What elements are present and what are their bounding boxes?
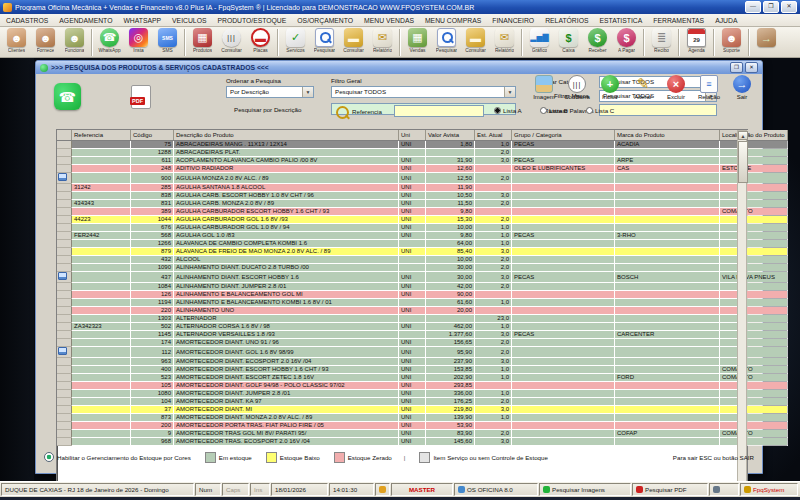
table-row[interactable]: 400AMORTECEDOR DIANT. ESCORT HOBBY 1.6 C… [57, 366, 788, 374]
toolbar-button-consultar[interactable]: ▬Consultar [461, 28, 490, 57]
table-row[interactable]: 879ALAVANCA DE FREIO DE MAO MONZA 2.0 8V… [57, 248, 788, 256]
table-row[interactable]: 434343831AGULHA CARB. MONZA 2.0 8V / 89U… [57, 200, 788, 208]
dialog-restore-button[interactable]: ❐ [730, 62, 743, 73]
column-header-descric-a-o-do-produto[interactable]: Descrição do Produto [174, 130, 399, 141]
toolbar-button-recibo[interactable]: ≣Recibo [647, 28, 676, 57]
edit-button[interactable]: ✎Alterar [627, 75, 659, 100]
toolbar-button-relato-rio[interactable]: ✉Relatório [490, 28, 519, 57]
column-header-co-digo[interactable]: Código [131, 130, 174, 141]
column-header-marca-do-produto[interactable]: Marca do Produto [615, 130, 720, 141]
menu-item-menu-compras[interactable]: MENU COMPRAS [425, 17, 481, 24]
table-row[interactable]: 112AMORTECEDOR DIANT. GOL 1.6 8V 98/99UN… [57, 347, 788, 358]
toolbar-button-fornece[interactable]: ☻Fornece [31, 28, 60, 57]
table-row[interactable]: 1266ALAVANCA DE CAMBIO COMPLETA KOMBI 1.… [57, 240, 788, 248]
table-row[interactable]: 432ALCOOL10,002,0 [57, 256, 788, 264]
menu-item-ajuda[interactable]: AJUDA [715, 17, 737, 24]
menu-item-menu-vendas[interactable]: MENU VENDAS [364, 17, 414, 24]
status-segment-pesquisar-pdf[interactable]: Pesquisar PDF [632, 483, 708, 496]
table-row[interactable]: 676AGULHA CARBURADOR GOL 1.0 8V / 94UNI1… [57, 224, 788, 232]
toolbar-button-clientes[interactable]: ☻Clientes [2, 28, 31, 57]
status-segment-fpqsystem[interactable]: FpqSystem [740, 483, 798, 496]
scroll-up-icon[interactable]: ▲ [738, 131, 748, 140]
toolbar-button-whatsapp[interactable]: ☎WhatsApp [95, 28, 124, 57]
list-option-lista-a[interactable]: Lista A [494, 107, 522, 114]
status-segment-pesquisar-imagens[interactable]: Pesquisar Imagens [539, 483, 631, 496]
table-row[interactable]: 174AMORTECEDOR DIANT. UNO 91 / 96UNI156,… [57, 339, 788, 347]
products-table[interactable]: ReferenciaCódigoDescrição do ProdutoUniV… [57, 130, 788, 446]
menu-item-veiculos[interactable]: VEICULOS [172, 17, 206, 24]
table-row[interactable]: 1145ALTERNADOR VERSAILLES 1.8 /931.377,6… [57, 331, 788, 339]
menu-item-estatistica[interactable]: ESTATISTICA [599, 17, 642, 24]
toolbar-button-servicos[interactable]: ✓Servicos [281, 28, 310, 57]
table-row[interactable]: 104AMORTECEDOR DIANT. KA 97UNI176,252,0 [57, 398, 788, 406]
restore-button[interactable]: ❐ [763, 1, 779, 13]
toolbar-button-suporte[interactable]: ☻Suporte [717, 28, 746, 57]
menu-item-cadastros[interactable]: CADASTROS [6, 17, 48, 24]
table-row[interactable]: 31242285AGULHA SANTANA 1.8 ALCOOLUNI11,9… [57, 184, 788, 192]
table-row[interactable]: 838AGULHA CARB. ESCORT HOBBY 1.0 8V CHT … [57, 192, 788, 200]
table-row[interactable]: 105AMORTECEDOR DIANT. GOLF 94/98 - POLO … [57, 382, 788, 390]
toolbar-button-relato-rio[interactable]: ✉Relatório [368, 28, 397, 57]
dialog-title-bar[interactable]: >>> PESQUISA DOS PRODUTOS & SERVIÇOS CAD… [36, 61, 762, 74]
menu-item-whatsapp[interactable]: WHATSAPP [123, 17, 161, 24]
table-row[interactable]: 437ALINHAMENTO DIANT. ESCORT HOBBY 1.6UN… [57, 272, 788, 283]
delete-button[interactable]: ×Excluir [660, 75, 692, 100]
menu-item-produto-estoque[interactable]: PRODUTO/ESTOQUE [217, 17, 286, 24]
table-row[interactable]: 611ACOPLAMENTO ALAVANCA CAMBIO PALIO /00… [57, 157, 788, 165]
toolbar-button-pesquisar[interactable]: Pesquisar [310, 28, 339, 57]
minimize-button[interactable]: — [745, 1, 761, 13]
toolbar-button-caixa[interactable]: $Caixa [554, 28, 583, 57]
barcode-button[interactable]: |||CodBarra [561, 75, 593, 100]
order-search-select[interactable]: Por Descrição▼ [226, 86, 314, 98]
list-report-button[interactable]: ≡Relação [693, 75, 725, 100]
toolbar-button-vendas[interactable]: ▦Vendas [403, 28, 432, 57]
dialog-close-button[interactable]: ✕ [745, 62, 758, 73]
vertical-scroll-thumb[interactable] [738, 141, 748, 183]
table-row[interactable]: 37AMORTECEDOR DIANT. MIUNI219,803,0 [57, 406, 788, 414]
menu-item-os-orc-amento[interactable]: OS/ORÇAMENTO [297, 17, 353, 24]
menu-item-relato-rios[interactable]: RELATÓRIOS [545, 17, 588, 24]
toolbar-button-consultar[interactable]: ▬Consultar [339, 28, 368, 57]
column-header-localizac-a-o-do-produto[interactable]: Localização do Produto [720, 130, 788, 141]
table-row[interactable]: 75ABRACADEIRAS MANG . 11X13 / 12X14UNI1,… [57, 141, 788, 149]
table-row[interactable]: 1084ALINHAMENTO DIANT. JUMPER 2.8 /01UNI… [57, 283, 788, 291]
table-row[interactable]: 220ALINHAMENTO UNOUNI20,00 [57, 307, 788, 315]
status-segment-os-oficina-8-0[interactable]: OS OFICINA 8.0 [454, 483, 538, 496]
table-row[interactable]: 963AMORTECEDOR DIANT. ECOSPORT 2.0 16V /… [57, 358, 788, 366]
menu-item-ferramentas[interactable]: FERRAMENTAS [653, 17, 704, 24]
toolbar-button-sms[interactable]: SMSSMS [153, 28, 182, 57]
column-header-valor-avista[interactable]: Valor Avista [426, 130, 475, 141]
exit-button[interactable]: →Sair [726, 75, 758, 100]
table-row[interactable]: 126ALINHAMENTO E BALANCEAMENTO GOL MIUNI… [57, 291, 788, 299]
table-row[interactable]: 1194ALINHAMENTO E BALANCEAMENTO KOMBI 1.… [57, 299, 788, 307]
whatsapp-share-button[interactable]: ☎ [54, 83, 81, 110]
table-row[interactable]: 442231044AGULHA CARBURADOR GOL 1.6 8V /9… [57, 216, 788, 224]
column-header-est-atual[interactable]: Est. Atual [475, 130, 512, 141]
table-row[interactable]: 1303ALTERNADOR23,0 [57, 315, 788, 323]
column-header-grupo-categoria[interactable]: Grupo / Categoria [512, 130, 615, 141]
table-row[interactable]: 873AMORTECEDOR DIANT. MONZA 2.0 8V ALC. … [57, 414, 788, 422]
table-row[interactable]: 968AMORTECEDOR TRAS. ECOSPORT 2.0 16V /0… [57, 438, 788, 446]
toolbar-button-pesquisar[interactable]: Pesquisar [432, 28, 461, 57]
table-row[interactable]: 389AGULHA CARBURADOR ESCORT HOBBY 1.6 CH… [57, 208, 788, 216]
reference-input[interactable] [394, 105, 484, 117]
table-row[interactable]: FER2442568AGULHA GOL 1.0 /83UNI9,801,0PE… [57, 232, 788, 240]
toolbar-button-receber[interactable]: $Receber [583, 28, 612, 57]
table-row[interactable]: 9AMORTECEDOR TRAS GOL MI 8V/ PARATI 95/U… [57, 430, 788, 438]
toolbar-button-placas[interactable]: ▬Placas [246, 28, 275, 57]
column-header-uni[interactable]: Uni [399, 130, 426, 141]
column-header-referencia[interactable]: Referencia [72, 130, 131, 141]
toolbar-button-a-pagar[interactable]: $A Pagar [612, 28, 641, 57]
pdf-export-button[interactable] [131, 85, 151, 109]
image-button[interactable]: Imagem [528, 75, 560, 100]
table-row[interactable]: 1288ABRACADEIRAS PLAT.2,0 [57, 149, 788, 157]
table-row[interactable]: ZA342323502ALTERNADOR CORSA 1.6 8V / 98U… [57, 323, 788, 331]
table-row[interactable]: 1080AMORTECEDOR DIANT. JUMPER 2.8 /01UNI… [57, 390, 788, 398]
menu-item-financeiro[interactable]: FINANCEIRO [492, 17, 534, 24]
toolbar-button-insta[interactable]: ◎Insta [124, 28, 153, 57]
table-row[interactable]: 200AMORTECEDOR PORTA TRAS. FIAT PALIO FI… [57, 422, 788, 430]
table-row[interactable]: 900AGULHA MONZA 2.0 8V ALC. / 89UNI12,50… [57, 173, 788, 184]
vertical-scrollbar[interactable]: ▲ ▼ [737, 130, 747, 495]
table-row[interactable]: 1090ALINHAMENTO DIANT. DUCATO 2.8 TURBO … [57, 264, 788, 272]
toolbar-button-agenda[interactable]: 29Agenda [682, 28, 711, 57]
